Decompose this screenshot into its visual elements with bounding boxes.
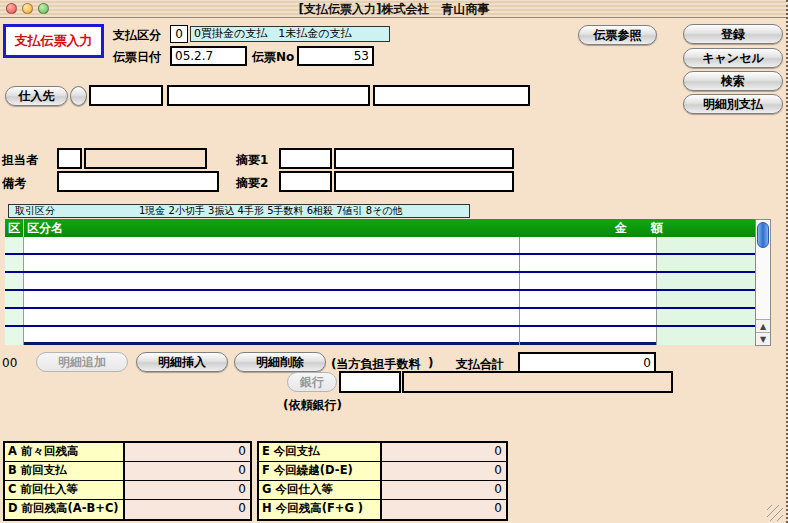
- table-row[interactable]: [5, 291, 755, 309]
- summary-row: B 前回支払 0: [5, 462, 250, 481]
- summary-value: 0: [125, 462, 250, 480]
- summary-row: G 今回仕入等 0: [259, 481, 506, 500]
- summary-value: 0: [125, 443, 250, 461]
- summary-label: D 前回残高(A-B+C): [5, 500, 125, 519]
- bank-name-display: [402, 371, 673, 393]
- row-count-display: 00: [2, 356, 17, 370]
- summary-value: 0: [382, 500, 506, 519]
- delete-detail-button[interactable]: 明細削除: [234, 352, 326, 372]
- search-button[interactable]: 検索: [683, 71, 783, 91]
- table-row[interactable]: [5, 327, 755, 345]
- summary-label: A 前々回残高: [5, 443, 125, 461]
- summary-label: E 今回支払: [259, 443, 382, 461]
- detail-table-header: 区 区分名 金 額: [5, 219, 755, 237]
- table-row[interactable]: [5, 309, 755, 327]
- header-divider: [23, 219, 24, 237]
- payment-type-options-hint: 0買掛金の支払 1未払金の支払: [190, 26, 390, 42]
- col-header-ku: 区: [8, 220, 20, 237]
- summary2-label: 摘要2: [236, 175, 268, 192]
- bank-code-input[interactable]: [339, 371, 401, 393]
- titlebar: [支払伝票入力]株式会社 青山商事: [0, 0, 788, 18]
- summary-label: H 今回残高(F+G ): [259, 500, 382, 519]
- scrollbar-thumb[interactable]: [757, 222, 769, 248]
- summary-value: 0: [382, 481, 506, 499]
- summary-row: E 今回支払 0: [259, 443, 506, 462]
- person-in-charge-name-display: [84, 148, 207, 169]
- payment-type-label: 支払区分: [113, 27, 161, 44]
- window-title: [支払伝票入力]株式会社 青山商事: [0, 1, 788, 17]
- summary-row: A 前々回残高 0: [5, 443, 250, 462]
- person-in-charge-code-input[interactable]: [57, 148, 82, 169]
- summary-table-left: A 前々回残高 0 B 前回支払 0 C 前回仕入等 0 D 前回残高(A-B+…: [3, 441, 252, 521]
- person-in-charge-label: 担当者: [2, 152, 38, 169]
- payment-type-input[interactable]: 0: [170, 25, 188, 43]
- supplier-name-input[interactable]: [167, 85, 370, 106]
- summary1-label: 摘要1: [236, 152, 268, 169]
- summary-value: 0: [382, 462, 506, 480]
- supplier-lookup-oval-button[interactable]: [70, 86, 87, 106]
- summary1-text-input[interactable]: [334, 148, 514, 169]
- table-row[interactable]: [5, 273, 755, 291]
- insert-detail-button[interactable]: 明細挿入: [136, 352, 228, 372]
- remarks-label: 備考: [2, 175, 26, 192]
- summary-label: C 前回仕入等: [5, 481, 125, 499]
- summary-label: F 今回繰越(D-E): [259, 462, 382, 480]
- summary-value: 0: [382, 443, 506, 461]
- detail-payment-button[interactable]: 明細別支払: [683, 94, 783, 114]
- scroll-up-icon[interactable]: ▲: [756, 319, 770, 332]
- transaction-type-label: 取引区分: [15, 205, 55, 217]
- summary-row: D 前回残高(A-B+C) 0: [5, 500, 250, 519]
- request-bank-note: (依頼銀行): [283, 397, 342, 414]
- app-window: [支払伝票入力]株式会社 青山商事 支払伝票入力 支払区分 0 0買掛金の支払 …: [0, 0, 788, 523]
- summary-label: B 前回支払: [5, 462, 125, 480]
- slip-no-label: 伝票No: [252, 49, 294, 66]
- transaction-type-hint-strip: 取引区分 1現金 2小切手 3振込 4手形 5手数料 6相殺 7値引 8その他: [8, 204, 470, 218]
- slip-date-input[interactable]: 05.2.7: [170, 46, 247, 66]
- supplier-code-input[interactable]: [89, 85, 163, 106]
- detail-table-body[interactable]: [5, 237, 755, 345]
- summary1-code-input[interactable]: [279, 148, 332, 169]
- summary-value: 0: [125, 500, 250, 519]
- scroll-down-icon[interactable]: ▼: [756, 332, 770, 345]
- col-header-kubun-mei: 区分名: [27, 220, 63, 237]
- detail-table: 区 区分名 金 額 ▲ ▼: [5, 219, 771, 346]
- cancel-button[interactable]: キャンセル: [683, 48, 783, 68]
- table-row[interactable]: [5, 255, 755, 273]
- summary2-text-input[interactable]: [334, 171, 514, 192]
- summary-table-right: E 今回支払 0 F 今回繰越(D-E) 0 G 今回仕入等 0 H 今回残高(…: [257, 441, 508, 521]
- transaction-type-options: 1現金 2小切手 3振込 4手形 5手数料 6相殺 7値引 8その他: [139, 205, 403, 217]
- summary-row: H 今回残高(F+G ) 0: [259, 500, 506, 519]
- table-scrollbar[interactable]: ▲ ▼: [755, 219, 771, 346]
- remarks-input[interactable]: [57, 171, 219, 192]
- mode-title-box: 支払伝票入力: [3, 24, 104, 58]
- add-detail-button: 明細追加: [36, 352, 128, 372]
- slip-date-label: 伝票日付: [113, 49, 161, 66]
- col-header-kingaku: 金 額: [615, 220, 669, 237]
- table-row[interactable]: [5, 237, 755, 255]
- register-button[interactable]: 登録: [683, 24, 783, 44]
- bank-button: 銀行: [287, 372, 337, 392]
- fee-note-close: ): [428, 356, 433, 370]
- slip-no-input[interactable]: 53: [297, 46, 374, 66]
- summary-value: 0: [125, 481, 250, 499]
- slip-reference-button[interactable]: 伝票参照: [578, 25, 657, 45]
- summary2-code-input[interactable]: [279, 171, 332, 192]
- summary-label: G 今回仕入等: [259, 481, 382, 499]
- summary-row: F 今回繰越(D-E) 0: [259, 462, 506, 481]
- supplier-extra-input[interactable]: [373, 85, 530, 106]
- window-resize-grip[interactable]: [767, 505, 783, 521]
- summary-row: C 前回仕入等 0: [5, 481, 250, 500]
- supplier-button[interactable]: 仕入先: [5, 86, 68, 106]
